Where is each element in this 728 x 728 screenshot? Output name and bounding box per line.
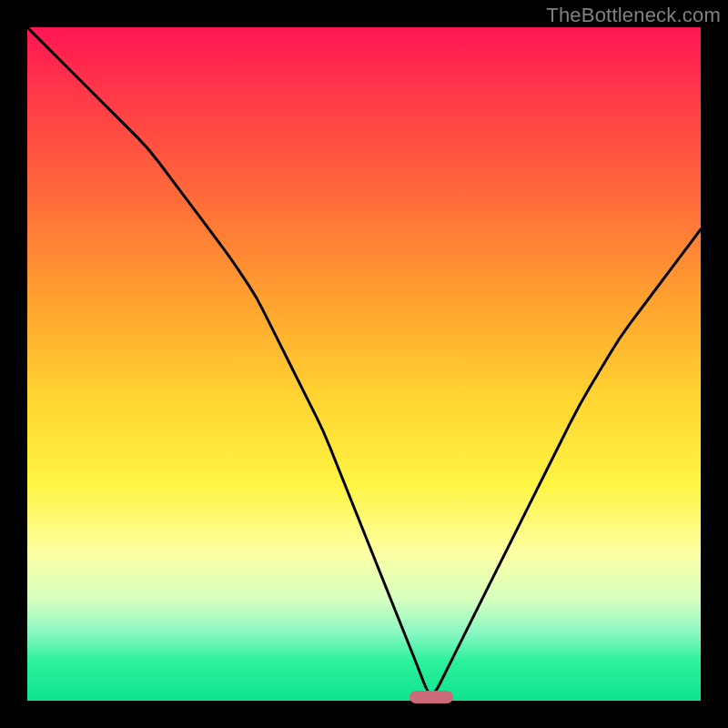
optimal-point-marker <box>410 691 453 703</box>
plot-area <box>27 27 701 701</box>
bottleneck-curve <box>27 27 701 701</box>
watermark-text: TheBottleneck.com <box>546 4 721 27</box>
chart-frame: TheBottleneck.com <box>0 0 728 728</box>
